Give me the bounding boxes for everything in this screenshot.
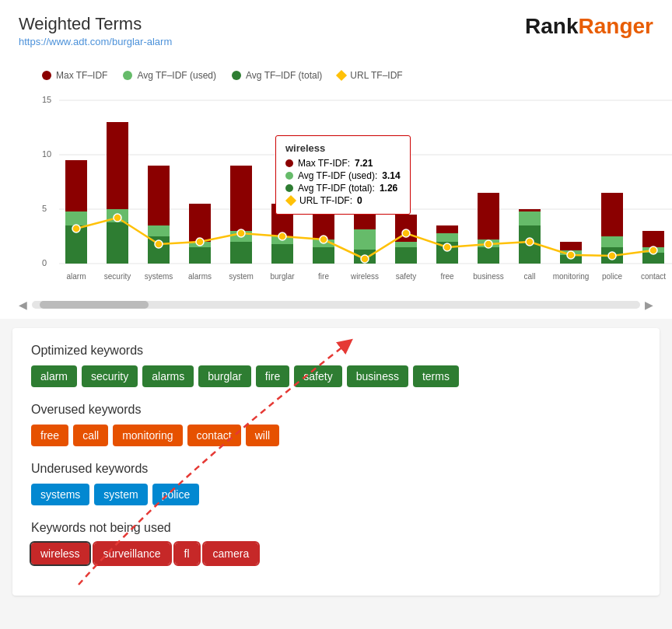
tag-will[interactable]: will [246, 425, 279, 446]
legend-url-tfidf: URL TF–IDF [338, 70, 402, 81]
underused-tags: systems system police [31, 484, 641, 505]
legend-avg-total-label: Avg TF–IDF (total) [246, 70, 322, 81]
tag-terms[interactable]: terms [413, 365, 459, 387]
page-title: Weighted Terms [19, 14, 172, 34]
underused-keywords-group: Underused keywords systems system police [31, 462, 641, 505]
tooltip-max-row: Max TF-IDF: 7.21 [285, 158, 401, 169]
chart-container: Max TF–IDF Avg TF–IDF (used) Avg TF–IDF … [0, 56, 672, 319]
svg-text:contact: contact [641, 272, 666, 281]
svg-text:alarms: alarms [188, 272, 212, 281]
scrollbar-row: ◀ ▶ [19, 299, 653, 311]
svg-text:system: system [229, 272, 254, 281]
svg-text:safety: safety [396, 272, 417, 281]
svg-text:alarm: alarm [66, 272, 86, 281]
url-dot-security [114, 214, 121, 222]
tag-security[interactable]: security [82, 365, 138, 387]
optimized-keywords-title: Optimized keywords [31, 344, 641, 358]
brand-logo: RankRanger [525, 14, 653, 39]
header-left: Weighted Terms https://www.adt.com/burgl… [19, 14, 172, 48]
svg-text:systems: systems [145, 272, 173, 281]
svg-text:call: call [523, 272, 535, 281]
scroll-left-arrow[interactable]: ◀ [19, 299, 27, 311]
keywords-section: Optimized keywords alarm security alarms… [12, 328, 660, 596]
tag-fl[interactable]: fl [175, 543, 199, 564]
tag-surveillance[interactable]: surveillance [94, 543, 170, 564]
tag-wireless[interactable]: wireless [31, 543, 89, 564]
tooltip-url-value: 0 [357, 195, 362, 206]
tooltip-used-row: Avg TF-IDF (used): 3.14 [285, 170, 401, 181]
svg-text:business: business [473, 272, 503, 281]
svg-text:burglar: burglar [270, 272, 295, 281]
tag-systems[interactable]: systems [31, 484, 89, 505]
page-header: Weighted Terms https://www.adt.com/burgl… [0, 0, 672, 56]
svg-text:fire: fire [318, 272, 329, 281]
tooltip-total-dot [285, 184, 293, 192]
tag-call[interactable]: call [73, 425, 108, 446]
scrollbar-track[interactable] [32, 301, 640, 309]
legend-avg-total: Avg TF–IDF (total) [232, 70, 322, 81]
tooltip-total-label: Avg TF-IDF (total): [298, 183, 375, 194]
tag-contact[interactable]: contact [187, 425, 241, 446]
tag-system[interactable]: system [94, 484, 147, 505]
bar-fire-avg-total [313, 247, 334, 264]
tooltip-url-dot [285, 195, 296, 206]
legend-avg-total-dot [232, 71, 241, 80]
tooltip-url-row: URL TF-IDF: 0 [285, 195, 401, 206]
not-used-keywords-group: Keywords not being used wireless surveil… [31, 521, 641, 564]
url-dot-monitoring [567, 251, 575, 259]
svg-text:wireless: wireless [350, 272, 379, 281]
tag-alarm[interactable]: alarm [31, 365, 77, 387]
url-dot-burglar [278, 232, 286, 240]
bar-alarms-avg-total [189, 247, 211, 264]
tooltip-total-row: Avg TF-IDF (total): 1.26 [285, 183, 401, 194]
bar-system-avg-total [230, 242, 252, 264]
bar-business-avg-total [478, 247, 499, 264]
tag-business[interactable]: business [347, 365, 408, 387]
tag-alarms[interactable]: alarms [142, 365, 194, 387]
tooltip-max-dot [285, 159, 293, 167]
url-dot-system [237, 229, 245, 237]
scrollbar-thumb[interactable] [40, 301, 149, 309]
tag-monitoring[interactable]: monitoring [113, 425, 182, 446]
url-dot-business [485, 240, 492, 248]
svg-text:monitoring: monitoring [553, 272, 590, 281]
url-dot-alarms [196, 238, 204, 246]
tooltip-title: wireless [285, 142, 401, 154]
svg-text:security: security [104, 272, 131, 281]
tooltip-url-label: URL TF-IDF: [299, 195, 352, 206]
legend-avg-used: Avg TF–IDF (used) [123, 70, 216, 81]
tooltip-used-value: 3.14 [382, 170, 400, 181]
url-dot-call [526, 238, 534, 246]
not-used-tags: wireless surveillance fl camera [31, 543, 641, 564]
legend-url-label: URL TF–IDF [350, 70, 402, 81]
legend-max-dot [42, 71, 51, 80]
svg-text:0: 0 [42, 258, 47, 267]
underused-keywords-title: Underused keywords [31, 462, 641, 476]
optimized-keywords-group: Optimized keywords alarm security alarms… [31, 344, 641, 387]
tag-police[interactable]: police [152, 484, 200, 505]
bar-security-avg-total [107, 222, 128, 264]
svg-text:police: police [602, 272, 623, 281]
url-dot-systems [155, 240, 163, 248]
svg-text:10: 10 [42, 149, 51, 159]
tag-fire[interactable]: fire [256, 365, 289, 387]
svg-text:free: free [440, 272, 454, 281]
legend-max-label: Max TF–IDF [56, 70, 107, 81]
optimized-tags: alarm security alarms burglar fire safet… [31, 365, 641, 387]
tag-burglar[interactable]: burglar [198, 365, 251, 387]
bar-burglar-avg-total [271, 244, 293, 264]
svg-text:15: 15 [42, 95, 51, 104]
not-used-keywords-title: Keywords not being used [31, 521, 641, 535]
overused-keywords-title: Overused keywords [31, 403, 641, 417]
chart-tooltip: wireless Max TF-IDF: 7.21 Avg TF-IDF (us… [275, 135, 411, 215]
legend-avg-used-dot [123, 71, 132, 80]
tag-safety[interactable]: safety [294, 365, 341, 387]
scroll-right-arrow[interactable]: ▶ [645, 299, 653, 311]
page-url[interactable]: https://www.adt.com/burglar-alarm [19, 36, 172, 47]
url-dot-wireless [361, 255, 369, 263]
tag-free[interactable]: free [31, 425, 68, 446]
legend-max-tfidf: Max TF–IDF [42, 70, 107, 81]
tag-camera[interactable]: camera [204, 543, 259, 564]
legend-avg-used-label: Avg TF–IDF (used) [137, 70, 216, 81]
url-dot-safety [402, 229, 410, 237]
